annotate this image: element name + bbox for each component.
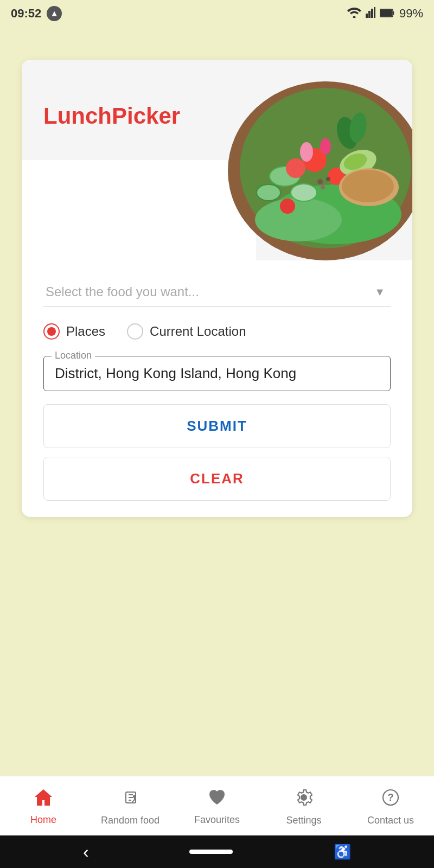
app-title: LunchPicker — [43, 103, 180, 129]
bottom-navigation: Home Random food Favourites — [0, 776, 434, 835]
home-pill[interactable] — [189, 850, 233, 854]
svg-point-18 — [280, 199, 295, 214]
svg-rect-6 — [380, 10, 392, 16]
time-display: 09:52 — [11, 7, 41, 21]
svg-point-13 — [291, 184, 317, 201]
back-button[interactable]: ‹ — [83, 842, 89, 862]
svg-point-20 — [320, 138, 331, 155]
status-bar: 09:52 ▲ 99% — [0, 0, 434, 27]
status-right: 99% — [347, 7, 423, 21]
nav-item-favourites[interactable]: Favourites — [174, 788, 260, 826]
battery-icon — [380, 8, 395, 20]
nav-favourites-label: Favourites — [194, 814, 240, 826]
system-navigation-bar: ‹ ♿ — [0, 835, 434, 868]
svg-rect-4 — [374, 7, 375, 18]
wifi-icon — [347, 7, 361, 21]
nav-contact-label: Contact us — [367, 815, 414, 826]
svg-rect-2 — [368, 11, 371, 18]
svg-text:?: ? — [388, 792, 394, 803]
svg-point-0 — [353, 16, 355, 18]
places-radio-option[interactable]: Places — [43, 323, 105, 340]
svg-point-14 — [257, 184, 280, 201]
svg-point-19 — [300, 142, 313, 162]
location-type-radio-group: Places Current Location — [43, 323, 391, 340]
nav-item-contact[interactable]: ? Contact us — [347, 788, 434, 826]
svg-rect-3 — [371, 9, 373, 18]
location-field[interactable]: Location District, Hong Kong Island, Hon… — [43, 356, 391, 391]
nav-home-label: Home — [30, 814, 56, 826]
signal-icon — [366, 7, 375, 21]
food-bowl-illustration — [190, 62, 412, 260]
clear-button[interactable]: CLEAR — [43, 457, 391, 501]
contact-icon: ? — [381, 788, 400, 812]
svg-point-29 — [321, 185, 325, 189]
main-card: LunchPicker — [22, 60, 412, 517]
battery-percent: 99% — [399, 7, 423, 21]
places-radio-label: Places — [66, 324, 105, 339]
nav-item-home[interactable]: Home — [0, 788, 87, 826]
nav-random-food-label: Random food — [101, 815, 159, 826]
food-dropdown[interactable]: Select the food you want... — [43, 277, 391, 307]
svg-point-28 — [326, 177, 330, 181]
form-section: Select the food you want... ▼ Places Cur… — [22, 260, 412, 501]
banner: LunchPicker — [22, 60, 412, 260]
home-icon — [34, 788, 53, 811]
current-location-radio-option[interactable]: Current Location — [127, 323, 246, 340]
svg-point-24 — [342, 170, 394, 202]
svg-point-16 — [286, 158, 305, 178]
places-radio-button[interactable] — [43, 323, 60, 340]
nav-settings-label: Settings — [286, 815, 321, 826]
current-location-radio-button[interactable] — [127, 323, 143, 340]
location-value: District, Hong Kong Island, Hong Kong — [55, 365, 379, 382]
food-dropdown-container[interactable]: Select the food you want... ▼ — [43, 277, 391, 307]
submit-button[interactable]: SUBMIT — [43, 404, 391, 448]
favourites-icon — [207, 788, 227, 811]
location-field-label: Location — [52, 350, 95, 361]
app-indicator: ▲ — [47, 6, 62, 21]
main-content: LunchPicker — [0, 27, 434, 533]
svg-point-27 — [317, 179, 323, 184]
svg-point-11 — [255, 198, 342, 241]
random-food-icon — [120, 788, 140, 812]
svg-point-34 — [133, 795, 136, 798]
settings-icon — [294, 788, 314, 812]
svg-rect-1 — [366, 14, 368, 18]
nav-item-random-food[interactable]: Random food — [87, 788, 174, 826]
status-left: 09:52 ▲ — [11, 6, 62, 21]
accessibility-button[interactable]: ♿ — [334, 844, 351, 860]
nav-item-settings[interactable]: Settings — [260, 788, 347, 826]
current-location-radio-label: Current Location — [150, 324, 246, 339]
